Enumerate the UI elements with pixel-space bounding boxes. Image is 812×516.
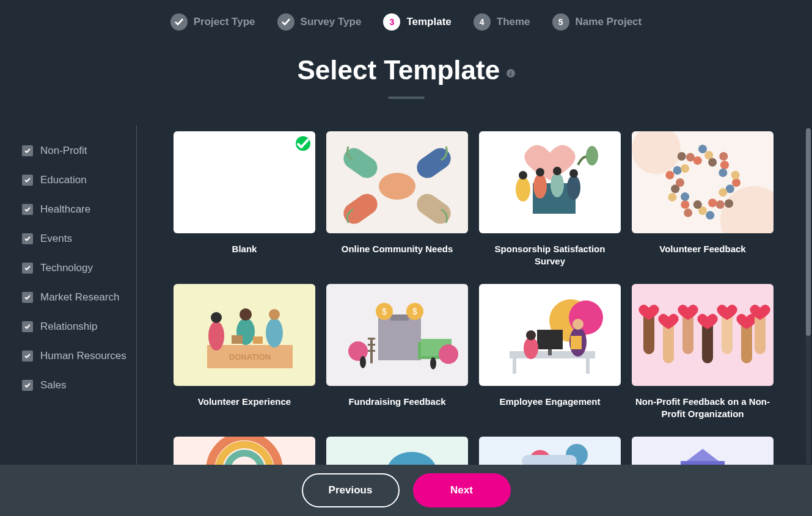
step-template[interactable]: 3 Template bbox=[383, 13, 451, 31]
template-card[interactable]: Employee Engagement bbox=[479, 284, 621, 420]
svg-point-50 bbox=[240, 308, 252, 321]
category-label: Events bbox=[40, 233, 72, 245]
step-label: Theme bbox=[497, 16, 530, 28]
template-title: Fundraising Feedback bbox=[326, 396, 468, 408]
category-item[interactable]: Healthcare bbox=[22, 195, 136, 224]
svg-point-64 bbox=[439, 344, 458, 364]
svg-point-78 bbox=[524, 337, 538, 359]
template-grid: BlankOnline Community NeedsSponsorship S… bbox=[174, 131, 779, 465]
checkbox-checked-icon[interactable] bbox=[22, 175, 33, 186]
template-thumbnail bbox=[174, 131, 315, 233]
template-card[interactable]: $$Fundraising Feedback bbox=[326, 284, 468, 420]
svg-point-69 bbox=[360, 356, 366, 368]
svg-text:$: $ bbox=[382, 307, 387, 316]
template-card[interactable] bbox=[326, 437, 468, 465]
svg-point-81 bbox=[572, 319, 583, 330]
checkbox-checked-icon[interactable] bbox=[22, 263, 33, 274]
next-button[interactable]: Next bbox=[413, 473, 511, 507]
svg-point-34 bbox=[681, 164, 689, 173]
svg-point-17 bbox=[732, 178, 741, 187]
checkbox-checked-icon[interactable] bbox=[22, 351, 33, 362]
svg-point-26 bbox=[684, 209, 692, 217]
svg-point-52 bbox=[269, 309, 280, 320]
template-thumbnail bbox=[326, 131, 468, 233]
svg-rect-56 bbox=[390, 314, 409, 321]
step-survey-type[interactable]: Survey Type bbox=[277, 13, 362, 31]
checkbox-checked-icon[interactable] bbox=[22, 292, 33, 303]
category-label: Human Resources bbox=[40, 350, 126, 362]
template-card[interactable] bbox=[479, 437, 621, 465]
svg-rect-75 bbox=[586, 358, 590, 374]
step-name-project[interactable]: 5 Name Project bbox=[552, 13, 642, 31]
svg-rect-66 bbox=[368, 338, 375, 340]
category-label: Education bbox=[40, 174, 87, 186]
svg-point-9 bbox=[567, 175, 580, 200]
template-thumbnail bbox=[479, 437, 621, 465]
info-icon[interactable]: i bbox=[507, 69, 515, 78]
checkbox-checked-icon[interactable] bbox=[22, 233, 33, 244]
svg-point-29 bbox=[668, 193, 676, 202]
step-number: 3 bbox=[383, 13, 400, 31]
title-rule bbox=[388, 96, 425, 99]
checkbox-checked-icon[interactable] bbox=[22, 380, 33, 391]
svg-point-48 bbox=[211, 312, 222, 323]
svg-point-33 bbox=[673, 166, 682, 175]
svg-point-41 bbox=[719, 152, 728, 161]
svg-point-70 bbox=[430, 357, 436, 369]
template-card[interactable]: Volunteer Feedback bbox=[632, 131, 774, 267]
svg-point-22 bbox=[708, 198, 717, 207]
svg-point-10 bbox=[519, 171, 527, 180]
svg-point-43 bbox=[719, 169, 727, 177]
svg-text:$: $ bbox=[412, 307, 417, 316]
svg-point-14 bbox=[586, 146, 598, 165]
step-theme[interactable]: 4 Theme bbox=[474, 13, 530, 31]
svg-rect-93 bbox=[522, 455, 577, 465]
svg-point-15 bbox=[632, 131, 681, 174]
template-card[interactable] bbox=[632, 437, 774, 465]
svg-rect-67 bbox=[368, 344, 375, 346]
previous-button[interactable]: Previous bbox=[302, 473, 400, 507]
category-item[interactable]: Non-Profit bbox=[22, 136, 136, 165]
scrollbar[interactable] bbox=[806, 128, 811, 464]
template-card[interactable]: Sponsorship Satisfaction Survey bbox=[479, 131, 621, 267]
category-item[interactable]: Sales bbox=[22, 371, 136, 400]
step-number: 4 bbox=[474, 13, 491, 31]
template-title: Blank bbox=[174, 243, 315, 255]
template-thumbnail: $$ bbox=[326, 284, 468, 386]
template-card[interactable]: Online Community Needs bbox=[326, 131, 468, 267]
template-grid-wrap[interactable]: BlankOnline Community NeedsSponsorship S… bbox=[137, 125, 812, 465]
svg-point-47 bbox=[208, 321, 224, 351]
checkbox-checked-icon[interactable] bbox=[22, 204, 33, 215]
checkbox-checked-icon[interactable] bbox=[22, 321, 33, 332]
template-card[interactable]: Non-Profit Feedback on a Non-Profit Orga… bbox=[632, 284, 774, 420]
category-label: Market Research bbox=[40, 291, 119, 303]
template-thumbnail bbox=[632, 131, 774, 233]
step-project-type[interactable]: Project Type bbox=[170, 13, 255, 31]
svg-point-6 bbox=[516, 177, 530, 202]
category-item[interactable]: Education bbox=[22, 165, 136, 195]
template-card[interactable]: DONATIONVolunteer Experience bbox=[174, 284, 315, 420]
category-item[interactable]: Relationship bbox=[22, 312, 136, 341]
category-item[interactable]: Events bbox=[22, 224, 136, 253]
svg-point-19 bbox=[719, 188, 727, 197]
template-card[interactable] bbox=[174, 437, 315, 465]
checkbox-checked-icon[interactable] bbox=[22, 145, 33, 156]
svg-point-31 bbox=[676, 178, 684, 187]
svg-rect-77 bbox=[548, 349, 552, 355]
svg-point-21 bbox=[716, 200, 725, 209]
svg-rect-68 bbox=[368, 350, 375, 352]
template-card[interactable]: Blank bbox=[174, 131, 315, 267]
svg-text:DONATION: DONATION bbox=[229, 352, 271, 362]
svg-point-37 bbox=[693, 156, 702, 165]
svg-point-11 bbox=[536, 168, 544, 176]
template-thumbnail bbox=[326, 437, 468, 465]
category-item[interactable]: Market Research bbox=[22, 283, 136, 312]
category-item[interactable]: Human Resources bbox=[22, 341, 136, 371]
svg-point-51 bbox=[266, 318, 283, 347]
svg-point-27 bbox=[681, 200, 689, 209]
template-title: Employee Engagement bbox=[479, 396, 621, 408]
category-item[interactable]: Technology bbox=[22, 253, 136, 283]
category-label: Sales bbox=[40, 379, 67, 391]
svg-rect-82 bbox=[571, 336, 582, 349]
svg-rect-4 bbox=[413, 190, 455, 228]
